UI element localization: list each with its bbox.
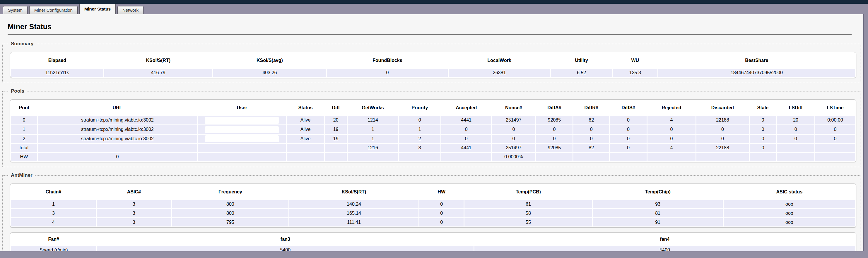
column-header: Frequency — [172, 185, 289, 199]
table-cell: stratum+tcp://mining.viabtc.io:3002 — [38, 135, 197, 143]
table-cell: 0 — [420, 200, 464, 208]
table-cell: 3 — [97, 200, 171, 208]
table-cell: 0 — [750, 125, 776, 134]
redacted-username — [205, 126, 279, 133]
table-cell: 0 — [536, 135, 573, 143]
table-cell: 0 — [610, 144, 647, 152]
table-cell: 0 — [750, 116, 776, 124]
table-cell — [198, 116, 286, 124]
column-header: LocalWork — [448, 53, 550, 68]
table-cell: ooo — [724, 209, 855, 217]
table-cell: 0.0000% — [492, 153, 535, 161]
table-cell: 0 — [574, 135, 609, 143]
column-header: DiffS# — [610, 101, 647, 115]
table-cell: 1214 — [348, 116, 398, 124]
summary-section: Summary ElapsedKSol/S(RT)KSol/S(avg)Foun… — [2, 41, 860, 83]
table-cell: 58 — [464, 209, 592, 217]
table-cell: 5400 — [97, 246, 473, 251]
table-cell: 0 — [536, 125, 573, 134]
table-cell — [198, 153, 286, 161]
table-cell — [815, 144, 855, 152]
column-header: HW — [420, 185, 464, 199]
column-header: Nonce# — [492, 101, 535, 115]
table-row: 0stratum+tcp://mining.viabtc.io:3002Aliv… — [11, 116, 855, 124]
table-cell: 0 — [696, 135, 749, 143]
table-cell: 1216 — [348, 144, 398, 152]
table-cell: total — [11, 144, 37, 152]
table-row: 13800140.2406193ooo — [11, 200, 855, 208]
table-cell: 61 — [464, 200, 592, 208]
table-cell: 0 — [696, 125, 749, 134]
top-navy-bar — [0, 0, 868, 4]
table-cell: 0 — [574, 125, 609, 134]
column-header: LSTime — [815, 101, 855, 115]
table-cell — [38, 144, 197, 152]
table-cell: 93 — [593, 200, 722, 208]
table-row: 11h21m11s416.79403.260263816.52135.31844… — [11, 69, 855, 77]
column-header: ASIC# — [97, 185, 171, 199]
table-cell: 0 — [610, 116, 647, 124]
table-cell: 18446744073709552000 — [658, 69, 855, 77]
table-cell: 4 — [648, 116, 695, 124]
column-header: Chain# — [11, 185, 96, 199]
table-cell — [696, 153, 749, 161]
column-header: KSol/S(RT) — [104, 53, 212, 68]
column-header: DiffR# — [574, 101, 609, 115]
header-row: ElapsedKSol/S(RT)KSol/S(avg)FoundBlocksL… — [11, 53, 855, 68]
table-cell: 81 — [593, 209, 722, 217]
table-cell: 3 — [97, 218, 171, 226]
table-cell: 22188 — [696, 116, 749, 124]
column-header: Utility — [551, 53, 612, 68]
table-cell — [648, 153, 695, 161]
redacted-username — [205, 117, 279, 124]
table-cell: 0 — [420, 218, 464, 226]
table-cell — [287, 153, 324, 161]
table-cell: 251497 — [492, 144, 535, 152]
table-cell: 0 — [610, 135, 647, 143]
table-cell: 403.26 — [213, 69, 326, 77]
column-header: ASIC status — [724, 185, 855, 199]
table-cell: 0 — [815, 135, 855, 143]
column-header: URL — [38, 101, 197, 115]
table-cell: stratum+tcp://mining.viabtc.io:3002 — [38, 116, 197, 124]
table-cell: 11h21m11s — [11, 69, 103, 77]
table-cell — [325, 153, 347, 161]
table-cell: 800 — [172, 209, 289, 217]
redacted-username — [205, 135, 279, 142]
table-cell: 1 — [399, 125, 440, 134]
column-header: FoundBlocks — [327, 53, 448, 68]
table-cell — [750, 153, 776, 161]
tab-network[interactable]: Network — [118, 6, 144, 14]
table-cell: 92085 — [536, 116, 573, 124]
chains-table: Chain#ASIC#FrequencyKSol/S(RT)HWTemp(PCB… — [10, 183, 856, 228]
content-panel: Miner Status Summary ElapsedKSol/S(RT)KS… — [0, 14, 864, 251]
table-cell: 251497 — [492, 116, 535, 124]
table-row: HW00.0000% — [11, 153, 855, 161]
column-header: Fan# — [11, 233, 96, 245]
table-cell — [610, 153, 647, 161]
table-cell — [777, 144, 814, 152]
table-cell: 5400 — [474, 246, 855, 251]
table-cell: 0 — [610, 125, 647, 134]
table-cell: 3 — [11, 209, 96, 217]
antminer-section: AntMiner Chain#ASIC#FrequencyKSol/S(RT)H… — [2, 172, 860, 251]
table-cell: 4 — [11, 218, 96, 226]
table-row: 2stratum+tcp://mining.viabtc.io:3002Aliv… — [11, 135, 855, 143]
tab-system[interactable]: System — [3, 6, 28, 14]
tab-miner-status[interactable]: Miner Status — [80, 4, 116, 14]
table-cell — [348, 153, 398, 161]
pools-table: PoolURLUserStatusDiffGetWorksPriorityAcc… — [10, 99, 856, 162]
table-cell: 0 — [648, 135, 695, 143]
table-cell — [198, 144, 286, 152]
table-cell: 0 — [777, 135, 814, 143]
column-header: Stale — [750, 101, 776, 115]
pools-legend: Pools — [8, 88, 27, 94]
table-cell: Speed (r/min) — [11, 246, 96, 251]
title-divider — [8, 34, 851, 35]
table-cell: 26381 — [448, 69, 550, 77]
column-header: Rejected — [648, 101, 695, 115]
table-cell: 4 — [648, 144, 695, 152]
tab-miner-configuration[interactable]: Miner Configuration — [29, 6, 78, 14]
table-cell: 0 — [492, 135, 535, 143]
pools-section: Pools PoolURLUserStatusDiffGetWorksPrior… — [2, 88, 860, 167]
